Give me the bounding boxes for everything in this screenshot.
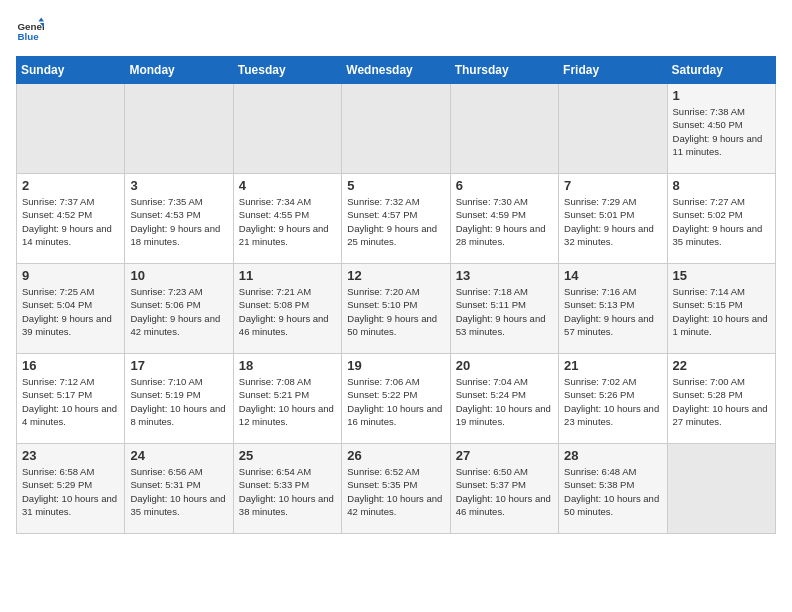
day-info: Sunrise: 7:34 AM Sunset: 4:55 PM Dayligh… [239,195,336,248]
day-number: 4 [239,178,336,193]
day-info: Sunrise: 7:23 AM Sunset: 5:06 PM Dayligh… [130,285,227,338]
day-number: 6 [456,178,553,193]
day-header-saturday: Saturday [667,57,775,84]
day-number: 8 [673,178,770,193]
day-info: Sunrise: 7:32 AM Sunset: 4:57 PM Dayligh… [347,195,444,248]
calendar-cell: 3Sunrise: 7:35 AM Sunset: 4:53 PM Daylig… [125,174,233,264]
calendar-cell: 18Sunrise: 7:08 AM Sunset: 5:21 PM Dayli… [233,354,341,444]
logo-icon: General Blue [16,16,44,44]
day-number: 24 [130,448,227,463]
day-info: Sunrise: 6:52 AM Sunset: 5:35 PM Dayligh… [347,465,444,518]
calendar-cell: 2Sunrise: 7:37 AM Sunset: 4:52 PM Daylig… [17,174,125,264]
calendar-cell [233,84,341,174]
calendar-week-3: 9Sunrise: 7:25 AM Sunset: 5:04 PM Daylig… [17,264,776,354]
day-number: 13 [456,268,553,283]
day-info: Sunrise: 7:14 AM Sunset: 5:15 PM Dayligh… [673,285,770,338]
day-info: Sunrise: 7:04 AM Sunset: 5:24 PM Dayligh… [456,375,553,428]
calendar-cell: 26Sunrise: 6:52 AM Sunset: 5:35 PM Dayli… [342,444,450,534]
calendar-cell [125,84,233,174]
day-info: Sunrise: 6:48 AM Sunset: 5:38 PM Dayligh… [564,465,661,518]
calendar-cell: 16Sunrise: 7:12 AM Sunset: 5:17 PM Dayli… [17,354,125,444]
calendar-cell: 9Sunrise: 7:25 AM Sunset: 5:04 PM Daylig… [17,264,125,354]
day-header-tuesday: Tuesday [233,57,341,84]
logo: General Blue [16,16,48,44]
svg-marker-2 [38,17,44,21]
day-info: Sunrise: 7:12 AM Sunset: 5:17 PM Dayligh… [22,375,119,428]
calendar-cell: 17Sunrise: 7:10 AM Sunset: 5:19 PM Dayli… [125,354,233,444]
calendar-cell: 24Sunrise: 6:56 AM Sunset: 5:31 PM Dayli… [125,444,233,534]
day-number: 11 [239,268,336,283]
day-info: Sunrise: 7:30 AM Sunset: 4:59 PM Dayligh… [456,195,553,248]
day-header-sunday: Sunday [17,57,125,84]
calendar-cell: 6Sunrise: 7:30 AM Sunset: 4:59 PM Daylig… [450,174,558,264]
day-number: 25 [239,448,336,463]
calendar-cell: 1Sunrise: 7:38 AM Sunset: 4:50 PM Daylig… [667,84,775,174]
day-header-friday: Friday [559,57,667,84]
calendar-cell: 23Sunrise: 6:58 AM Sunset: 5:29 PM Dayli… [17,444,125,534]
day-info: Sunrise: 7:20 AM Sunset: 5:10 PM Dayligh… [347,285,444,338]
day-number: 27 [456,448,553,463]
day-number: 2 [22,178,119,193]
day-info: Sunrise: 7:25 AM Sunset: 5:04 PM Dayligh… [22,285,119,338]
day-info: Sunrise: 7:08 AM Sunset: 5:21 PM Dayligh… [239,375,336,428]
day-number: 10 [130,268,227,283]
calendar-cell: 28Sunrise: 6:48 AM Sunset: 5:38 PM Dayli… [559,444,667,534]
day-number: 5 [347,178,444,193]
calendar-cell [450,84,558,174]
day-info: Sunrise: 7:38 AM Sunset: 4:50 PM Dayligh… [673,105,770,158]
calendar-cell [342,84,450,174]
day-number: 9 [22,268,119,283]
day-info: Sunrise: 7:18 AM Sunset: 5:11 PM Dayligh… [456,285,553,338]
header: General Blue [16,16,776,44]
day-number: 20 [456,358,553,373]
svg-text:Blue: Blue [17,31,39,42]
calendar-cell: 22Sunrise: 7:00 AM Sunset: 5:28 PM Dayli… [667,354,775,444]
day-header-wednesday: Wednesday [342,57,450,84]
day-number: 3 [130,178,227,193]
day-info: Sunrise: 7:29 AM Sunset: 5:01 PM Dayligh… [564,195,661,248]
day-header-monday: Monday [125,57,233,84]
day-info: Sunrise: 7:37 AM Sunset: 4:52 PM Dayligh… [22,195,119,248]
calendar-cell: 20Sunrise: 7:04 AM Sunset: 5:24 PM Dayli… [450,354,558,444]
day-number: 7 [564,178,661,193]
calendar-cell: 21Sunrise: 7:02 AM Sunset: 5:26 PM Dayli… [559,354,667,444]
day-info: Sunrise: 7:35 AM Sunset: 4:53 PM Dayligh… [130,195,227,248]
calendar-cell [559,84,667,174]
day-number: 16 [22,358,119,373]
calendar-cell [667,444,775,534]
calendar-cell: 4Sunrise: 7:34 AM Sunset: 4:55 PM Daylig… [233,174,341,264]
calendar-cell: 8Sunrise: 7:27 AM Sunset: 5:02 PM Daylig… [667,174,775,264]
day-header-thursday: Thursday [450,57,558,84]
day-info: Sunrise: 7:27 AM Sunset: 5:02 PM Dayligh… [673,195,770,248]
day-info: Sunrise: 7:00 AM Sunset: 5:28 PM Dayligh… [673,375,770,428]
calendar-cell: 7Sunrise: 7:29 AM Sunset: 5:01 PM Daylig… [559,174,667,264]
calendar-cell: 27Sunrise: 6:50 AM Sunset: 5:37 PM Dayli… [450,444,558,534]
calendar-cell: 19Sunrise: 7:06 AM Sunset: 5:22 PM Dayli… [342,354,450,444]
day-info: Sunrise: 6:58 AM Sunset: 5:29 PM Dayligh… [22,465,119,518]
day-info: Sunrise: 7:10 AM Sunset: 5:19 PM Dayligh… [130,375,227,428]
calendar-cell [17,84,125,174]
day-info: Sunrise: 6:50 AM Sunset: 5:37 PM Dayligh… [456,465,553,518]
day-number: 17 [130,358,227,373]
calendar-cell: 13Sunrise: 7:18 AM Sunset: 5:11 PM Dayli… [450,264,558,354]
calendar-cell: 25Sunrise: 6:54 AM Sunset: 5:33 PM Dayli… [233,444,341,534]
day-info: Sunrise: 6:54 AM Sunset: 5:33 PM Dayligh… [239,465,336,518]
calendar-week-2: 2Sunrise: 7:37 AM Sunset: 4:52 PM Daylig… [17,174,776,264]
day-info: Sunrise: 7:02 AM Sunset: 5:26 PM Dayligh… [564,375,661,428]
day-number: 14 [564,268,661,283]
day-info: Sunrise: 7:21 AM Sunset: 5:08 PM Dayligh… [239,285,336,338]
day-number: 21 [564,358,661,373]
day-info: Sunrise: 7:16 AM Sunset: 5:13 PM Dayligh… [564,285,661,338]
calendar-cell: 10Sunrise: 7:23 AM Sunset: 5:06 PM Dayli… [125,264,233,354]
calendar-cell: 15Sunrise: 7:14 AM Sunset: 5:15 PM Dayli… [667,264,775,354]
calendar-table: SundayMondayTuesdayWednesdayThursdayFrid… [16,56,776,534]
day-number: 15 [673,268,770,283]
calendar-cell: 14Sunrise: 7:16 AM Sunset: 5:13 PM Dayli… [559,264,667,354]
calendar-cell: 5Sunrise: 7:32 AM Sunset: 4:57 PM Daylig… [342,174,450,264]
day-number: 18 [239,358,336,373]
day-info: Sunrise: 7:06 AM Sunset: 5:22 PM Dayligh… [347,375,444,428]
header-row: SundayMondayTuesdayWednesdayThursdayFrid… [17,57,776,84]
day-number: 26 [347,448,444,463]
day-number: 1 [673,88,770,103]
day-number: 23 [22,448,119,463]
